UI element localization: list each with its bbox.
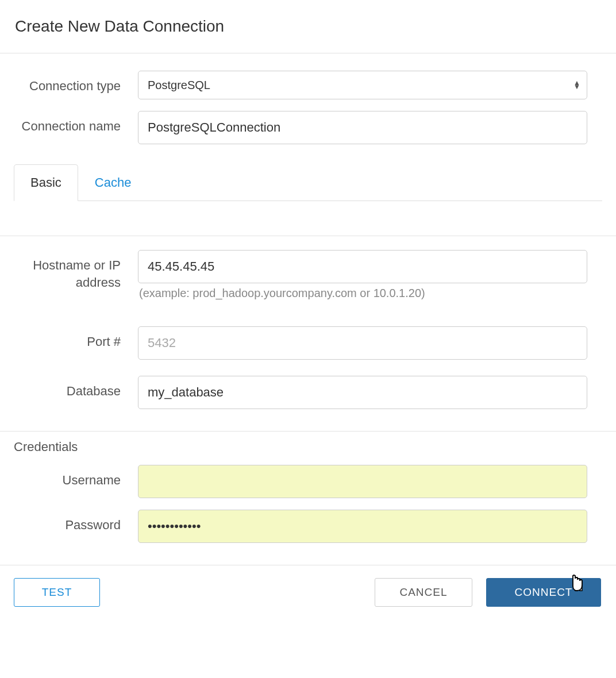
connection-name-input[interactable] <box>138 111 587 144</box>
dialog-title: Create New Data Connection <box>15 17 601 36</box>
database-input[interactable] <box>138 376 587 409</box>
connection-name-label: Connection name <box>0 111 138 135</box>
port-input[interactable] <box>138 326 587 360</box>
username-input[interactable] <box>138 465 587 498</box>
database-label: Database <box>0 376 138 400</box>
password-label: Password <box>0 510 138 534</box>
hostname-help-text: (example: prod_hadoop.yourcompany.com or… <box>138 287 587 300</box>
connection-type-label: Connection type <box>0 71 138 95</box>
tab-basic[interactable]: Basic <box>14 164 78 201</box>
tab-cache[interactable]: Cache <box>78 164 148 201</box>
test-button[interactable]: TEST <box>14 578 100 607</box>
port-label: Port # <box>0 326 138 350</box>
tabs: Basic Cache <box>14 164 602 201</box>
connect-button[interactable]: CONNECT <box>486 578 601 607</box>
password-input[interactable] <box>138 510 587 543</box>
cancel-button[interactable]: CANCEL <box>375 578 472 607</box>
hostname-label: Hostname or IP address <box>0 250 138 291</box>
username-label: Username <box>0 465 138 489</box>
connection-type-select[interactable]: PostgreSQL <box>138 71 587 99</box>
credentials-section-label: Credentials <box>0 432 616 459</box>
hostname-input[interactable] <box>138 250 587 283</box>
